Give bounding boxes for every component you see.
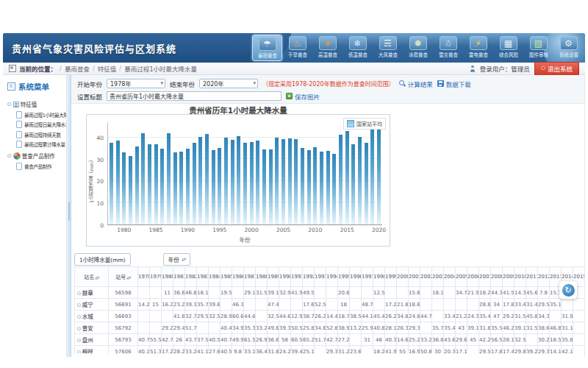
col-header-year[interactable]: 2012 [538, 267, 550, 287]
logout-button[interactable]: ○ 退出系统 [534, 62, 579, 76]
col-header-year[interactable]: 2008 [491, 267, 503, 287]
col-header-year[interactable]: 1988 [256, 267, 268, 287]
bar[interactable] [282, 139, 285, 224]
station-name-cell[interactable]: ⊙赫章 [75, 287, 109, 299]
bar[interactable] [243, 143, 247, 224]
col-header-year[interactable]: 1986 [232, 267, 244, 287]
col-header-year[interactable]: 2002 [420, 267, 432, 287]
nav-item-4[interactable]: ☴大风普查 [373, 35, 403, 61]
bar[interactable] [186, 149, 190, 225]
end-year-select[interactable]: 2020年 ▾ [199, 79, 258, 88]
col-header-year[interactable]: 2007 [479, 267, 491, 287]
calc-result-button[interactable]: 计算结果 [399, 79, 433, 88]
bar[interactable] [250, 142, 254, 224]
bar[interactable] [218, 148, 221, 224]
bar[interactable] [358, 137, 362, 224]
station-name-cell[interactable]: ⊙盘州 [75, 334, 109, 346]
bar[interactable] [345, 131, 349, 224]
bar[interactable] [256, 141, 259, 224]
bar[interactable] [167, 133, 171, 224]
bar[interactable] [173, 152, 177, 224]
tree-item[interactable]: 暴雨过程累计降水量 [16, 141, 66, 148]
bar[interactable] [129, 156, 132, 224]
refresh-floating-button[interactable]: ↻ [559, 281, 577, 299]
col-header-year[interactable]: 1992 [303, 267, 315, 287]
bar[interactable] [231, 140, 234, 224]
tree-item[interactable]: 暴雨过程持续天数 [16, 131, 66, 138]
bar[interactable] [122, 152, 126, 224]
col-header-year[interactable]: 2001 [409, 267, 420, 287]
station-name-cell[interactable]: ⊙普安 [75, 322, 109, 334]
save-image-button[interactable]: 保存图片 [286, 92, 320, 101]
chart-title-input[interactable] [107, 91, 282, 101]
data-download-button[interactable]: 数据下载 [437, 79, 471, 88]
col-header-year[interactable]: 2011 [526, 267, 538, 287]
bar[interactable] [377, 130, 381, 224]
unit-filter-dropdown[interactable]: 1小时降水量(mm) [74, 253, 131, 266]
col-header-station[interactable]: 站名 ▲▼ [75, 267, 109, 287]
bar[interactable] [326, 151, 330, 224]
nav-item-8[interactable]: ▦综合风险 [493, 35, 523, 61]
row-expand-icon[interactable]: ⊙ [76, 290, 82, 297]
col-header-year[interactable]: 1984 [209, 267, 220, 287]
col-header-year[interactable]: 1998 [373, 267, 385, 287]
bar[interactable] [141, 133, 145, 224]
bar[interactable] [179, 152, 183, 224]
bar[interactable] [237, 136, 240, 224]
bar[interactable] [332, 154, 336, 224]
row-expand-icon[interactable]: ⊙ [76, 302, 82, 308]
bar[interactable] [262, 149, 266, 224]
tree-item[interactable]: 普查产品制作 [16, 163, 66, 170]
col-header-year[interactable]: 2003 [432, 267, 444, 287]
bar[interactable] [116, 141, 120, 224]
row-expand-icon[interactable]: ⊙ [76, 349, 82, 353]
tree-group-toggle[interactable]: ⊙特征值 [7, 100, 66, 108]
col-header-year[interactable]: 2000 [397, 267, 409, 287]
row-expand-icon[interactable]: ⊙ [76, 314, 82, 320]
col-header-year[interactable]: 1979 [150, 267, 162, 287]
nav-item-9[interactable]: ▧图件审核 [523, 35, 553, 61]
col-header-year[interactable]: 1987 [244, 267, 256, 287]
col-header-year[interactable]: 2004 [444, 267, 456, 287]
bar[interactable] [193, 143, 196, 224]
col-header-year[interactable]: 1999 [385, 267, 397, 287]
bar[interactable] [351, 144, 355, 224]
bar[interactable] [160, 149, 164, 224]
nav-item-10[interactable]: ⚙系统设置 [553, 35, 584, 61]
breadcrumb-item[interactable]: 暴雨过程1小时最大降水量 [124, 64, 197, 73]
col-header-year[interactable]: 1983 [197, 267, 209, 287]
panel-splitter[interactable] [66, 75, 71, 357]
col-header-year[interactable]: 1981 [173, 267, 185, 287]
bar[interactable] [307, 150, 311, 224]
breadcrumb-item[interactable]: 暴雨普查 [65, 64, 90, 73]
col-header-year[interactable]: 1996 [350, 267, 362, 287]
bar[interactable] [135, 146, 139, 224]
col-header-year[interactable]: 1995 [338, 267, 350, 287]
nav-item-0[interactable]: ☂暴雨普查 [252, 35, 282, 61]
tree-item[interactable]: 暴雨过程1小时最大降水量 [16, 111, 66, 118]
nav-item-2[interactable]: ☀高温普查 [312, 35, 343, 61]
col-header-year[interactable]: 1982 [185, 267, 197, 287]
bar[interactable] [198, 137, 202, 224]
col-header-year[interactable]: 1980 [162, 267, 173, 287]
bar[interactable] [320, 152, 323, 224]
bar[interactable] [288, 138, 292, 224]
col-header-year[interactable]: 1993 [315, 267, 326, 287]
bar[interactable] [224, 138, 228, 224]
col-header-year[interactable]: 1989 [268, 267, 279, 287]
col-header-year[interactable]: 2010 [514, 267, 526, 287]
nav-item-5[interactable]: ❅冰雹普查 [403, 35, 433, 61]
station-name-cell[interactable]: ⊙水城 [75, 311, 109, 322]
nav-item-6[interactable]: ☃雪灾普查 [433, 35, 463, 61]
tree-group-toggle[interactable]: ⊙普查产品制作 [7, 152, 66, 160]
col-header-year[interactable]: 2006 [467, 267, 479, 287]
col-header-year[interactable]: 1978 [138, 267, 150, 287]
col-header-year[interactable]: 1991 [291, 267, 303, 287]
start-year-select[interactable]: 1978年 ▾ [107, 79, 165, 88]
bar[interactable] [275, 138, 279, 224]
nav-item-7[interactable]: ⚡雷电普查 [463, 35, 493, 61]
col-header-year[interactable]: 2009 [503, 267, 514, 287]
col-header-year[interactable]: 1985 [220, 267, 232, 287]
bar[interactable] [110, 143, 113, 224]
col-header-station-id[interactable]: 站号 ▲▼ [109, 267, 138, 287]
